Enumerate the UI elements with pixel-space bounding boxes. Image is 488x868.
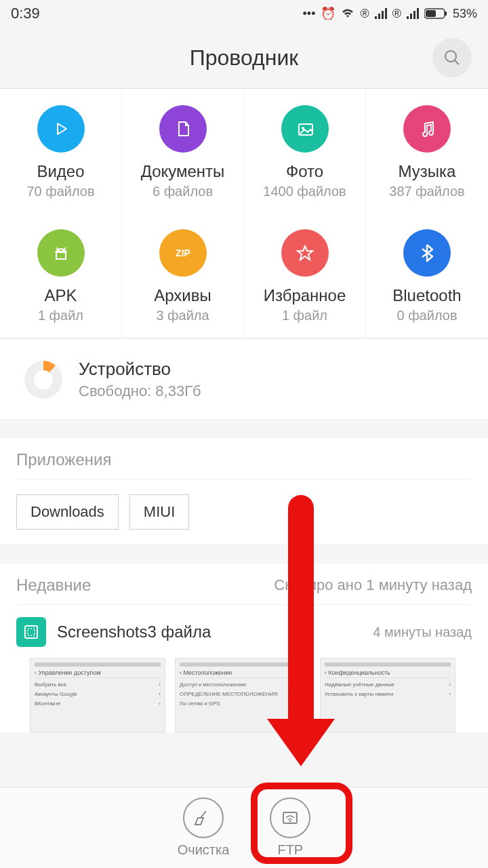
registered-icon-2: ® bbox=[392, 7, 401, 21]
app-chip-downloads[interactable]: Downloads bbox=[16, 494, 119, 530]
category-count: 387 файлов bbox=[389, 184, 464, 199]
star-icon bbox=[281, 229, 329, 277]
category-title: APK bbox=[44, 286, 77, 305]
svg-rect-20 bbox=[28, 629, 35, 635]
svg-rect-17 bbox=[56, 252, 66, 259]
music-icon bbox=[403, 105, 451, 153]
recent-thumbnails: ‹ Управление доступомВыбрать все›Аккаунт… bbox=[16, 658, 472, 732]
category-count: 70 файлов bbox=[26, 184, 94, 199]
categories-grid: Видео 70 файлов Документы 6 файлов Фото … bbox=[0, 88, 488, 337]
apps-section-title: Приложения bbox=[16, 438, 472, 479]
bottom-bar: ОчисткаFTP bbox=[0, 787, 488, 868]
wifi-icon bbox=[341, 8, 354, 19]
category-count: 1400 файлов bbox=[263, 184, 346, 199]
category-count: 0 файлов bbox=[396, 308, 457, 323]
category-docs[interactable]: Документы 6 файлов bbox=[122, 89, 244, 213]
bottom-clean-button[interactable]: Очистка bbox=[178, 797, 230, 858]
category-title: Архивы bbox=[154, 286, 211, 305]
registered-icon-1: ® bbox=[360, 7, 369, 21]
screenshot-folder-icon bbox=[16, 617, 46, 647]
category-count: 1 файл bbox=[282, 308, 327, 323]
battery-percent: 53% bbox=[453, 7, 477, 21]
svg-line-12 bbox=[455, 60, 459, 64]
svg-rect-3 bbox=[385, 8, 387, 19]
thumbnail-1[interactable]: ‹ МестоположениеДоступ к местоположению›… bbox=[175, 658, 310, 732]
category-title: Фото bbox=[286, 162, 323, 181]
recent-section: Недавние Сканиро ано 1 минуту назад Scre… bbox=[0, 564, 488, 732]
bluetooth-icon bbox=[403, 229, 451, 277]
svg-rect-4 bbox=[407, 16, 409, 19]
recent-scan-time: Сканиро ано 1 минуту назад bbox=[274, 576, 472, 594]
svg-rect-9 bbox=[445, 12, 447, 16]
category-fav[interactable]: Избранное 1 файл bbox=[244, 213, 366, 337]
storage-free: Свободно: 8,33Гб bbox=[79, 382, 201, 400]
svg-rect-5 bbox=[410, 14, 412, 19]
category-title: Документы bbox=[141, 162, 225, 181]
page-title: Проводник bbox=[190, 45, 299, 71]
svg-point-11 bbox=[445, 51, 456, 62]
thumbnail-2[interactable]: ‹ КонфиденциальностьНадёжные учётные дан… bbox=[320, 658, 455, 732]
svg-point-22 bbox=[289, 821, 291, 823]
more-icon: ••• bbox=[303, 7, 316, 21]
doc-icon bbox=[159, 105, 207, 153]
status-bar: 0:39 ••• ⏰ ® ® 53% bbox=[0, 0, 488, 27]
bottom-ftp-button[interactable]: FTP bbox=[270, 797, 310, 858]
search-button[interactable] bbox=[432, 38, 472, 77]
app-header: Проводник bbox=[0, 27, 488, 88]
svg-rect-1 bbox=[378, 14, 380, 19]
svg-text:ZIP: ZIP bbox=[176, 248, 190, 258]
image-icon bbox=[281, 105, 329, 153]
category-title: Bluetooth bbox=[392, 286, 461, 305]
category-title: Музыка bbox=[399, 162, 456, 181]
category-photo[interactable]: Фото 1400 файлов bbox=[244, 89, 366, 213]
category-title: Избранное bbox=[264, 286, 346, 305]
category-bt[interactable]: Bluetooth 0 файлов bbox=[366, 213, 488, 337]
category-apk[interactable]: APK 1 файл bbox=[0, 213, 122, 337]
bottom-label: Очистка bbox=[178, 842, 230, 858]
recent-item-title: Screenshots3 файла bbox=[57, 623, 362, 642]
search-icon bbox=[443, 49, 461, 66]
apps-section: Приложения DownloadsMIUI bbox=[0, 438, 488, 545]
bottom-label: FTP bbox=[277, 842, 303, 858]
svg-rect-19 bbox=[25, 626, 37, 638]
play-icon bbox=[37, 105, 85, 153]
wifi-box-icon bbox=[270, 797, 310, 838]
category-count: 6 файлов bbox=[152, 184, 213, 199]
storage-pie-icon bbox=[24, 361, 62, 399]
category-video[interactable]: Видео 70 файлов bbox=[0, 89, 122, 213]
android-icon bbox=[37, 229, 85, 277]
status-time: 0:39 bbox=[11, 5, 40, 22]
svg-point-15 bbox=[58, 250, 60, 251]
svg-rect-0 bbox=[375, 16, 377, 19]
recent-item[interactable]: Screenshots3 файла 4 минуты назад ‹ Упра… bbox=[16, 605, 472, 732]
category-zip[interactable]: ZIP Архивы 3 файла bbox=[122, 213, 244, 337]
battery-icon bbox=[424, 8, 447, 19]
svg-rect-7 bbox=[417, 8, 419, 19]
category-count: 1 файл bbox=[38, 308, 83, 323]
category-title: Видео bbox=[37, 162, 84, 181]
broom-icon bbox=[183, 797, 224, 838]
category-count: 3 файла bbox=[156, 308, 209, 323]
app-chip-miui[interactable]: MIUI bbox=[129, 494, 189, 530]
zip-icon: ZIP bbox=[159, 229, 207, 277]
svg-rect-6 bbox=[413, 11, 415, 19]
thumbnail-0[interactable]: ‹ Управление доступомВыбрать все›Аккаунт… bbox=[30, 658, 165, 732]
svg-rect-10 bbox=[426, 10, 436, 17]
category-music[interactable]: Музыка 387 файлов bbox=[366, 89, 488, 213]
svg-rect-2 bbox=[382, 11, 384, 19]
recent-item-time: 4 минуты назад bbox=[373, 625, 472, 640]
alarm-icon: ⏰ bbox=[321, 6, 336, 21]
signal-icon-1 bbox=[375, 8, 387, 19]
recent-title: Недавние bbox=[16, 576, 91, 595]
svg-point-16 bbox=[62, 250, 64, 251]
storage-card[interactable]: Устройство Свободно: 8,33Гб bbox=[0, 340, 488, 419]
status-icons: ••• ⏰ ® ® 53% bbox=[303, 6, 477, 21]
storage-title: Устройство bbox=[79, 359, 201, 380]
apps-row: DownloadsMIUI bbox=[16, 479, 472, 545]
signal-icon-2 bbox=[407, 8, 419, 19]
